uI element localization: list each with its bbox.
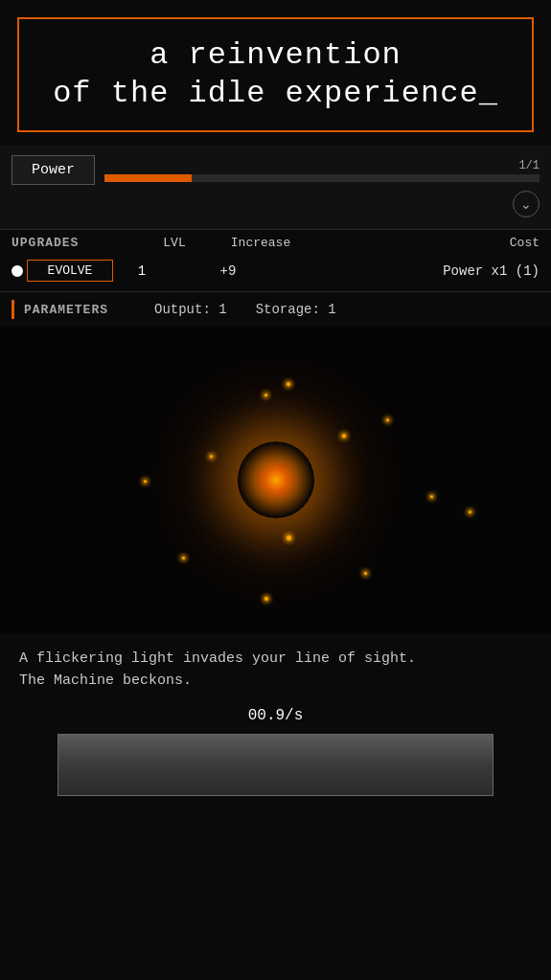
- particle: [264, 394, 267, 397]
- col-cost-header: Cost: [318, 236, 540, 250]
- output-value: Output: 1: [154, 302, 227, 317]
- action-button[interactable]: [57, 734, 494, 796]
- evolve-button[interactable]: EVOLVE: [27, 260, 113, 282]
- dropdown-button[interactable]: ⌄: [513, 191, 540, 217]
- power-progress-container: 1/1: [104, 159, 540, 182]
- evolve-cost: Power x1 (1): [286, 263, 540, 279]
- rate-display: 00.9/s: [0, 707, 551, 724]
- app-header: a reinventionof the idle experience_: [17, 17, 534, 132]
- power-bar-background: [104, 174, 540, 182]
- params-divider: [11, 300, 14, 319]
- parameters-section: PARAMETERS Output: 1 Storage: 1: [0, 291, 551, 327]
- particle: [264, 597, 268, 601]
- upgrades-col-headers: LVL Increase Cost: [146, 236, 540, 250]
- col-lvl-header: LVL: [146, 236, 203, 250]
- particle: [210, 455, 213, 458]
- particle: [364, 572, 367, 575]
- particle: [342, 434, 346, 438]
- power-dropdown-row: ⌄: [11, 191, 540, 217]
- parameters-values: Output: 1 Storage: 1: [154, 302, 336, 317]
- particle: [469, 511, 471, 513]
- particle: [287, 382, 290, 386]
- evolve-indicator: [11, 265, 23, 277]
- story-area: A flickering light invades your line of …: [0, 633, 551, 699]
- evolve-row-data: 1 +9 Power x1 (1): [113, 263, 540, 279]
- storage-value: Storage: 1: [256, 302, 336, 317]
- evolve-row: EVOLVE 1 +9 Power x1 (1): [11, 256, 540, 285]
- particle: [430, 495, 433, 498]
- visualization-area: [0, 327, 551, 633]
- power-button[interactable]: Power: [11, 155, 95, 185]
- evolve-increase: +9: [171, 263, 286, 279]
- app-title: a reinventionof the idle experience_: [42, 36, 509, 113]
- upgrades-section: UPGRADES LVL Increase Cost EVOLVE 1 +9 P…: [0, 229, 551, 291]
- action-button-container: [0, 730, 551, 800]
- particle: [144, 480, 147, 483]
- power-bar-fill: [104, 174, 192, 182]
- particle: [287, 536, 291, 540]
- power-top-row: Power 1/1: [11, 155, 540, 185]
- central-glow: [238, 442, 314, 518]
- upgrades-header-row: UPGRADES LVL Increase Cost: [11, 236, 540, 250]
- power-section: Power 1/1 ⌄: [0, 146, 551, 229]
- particle: [386, 419, 389, 422]
- story-text: A flickering light invades your line of …: [19, 649, 532, 692]
- col-increase-header: Increase: [203, 236, 318, 250]
- particle: [182, 557, 185, 559]
- power-label: 1/1: [104, 159, 540, 172]
- parameters-label: PARAMETERS: [24, 303, 139, 317]
- evolve-lvl: 1: [113, 263, 171, 279]
- upgrades-label: UPGRADES: [11, 236, 146, 250]
